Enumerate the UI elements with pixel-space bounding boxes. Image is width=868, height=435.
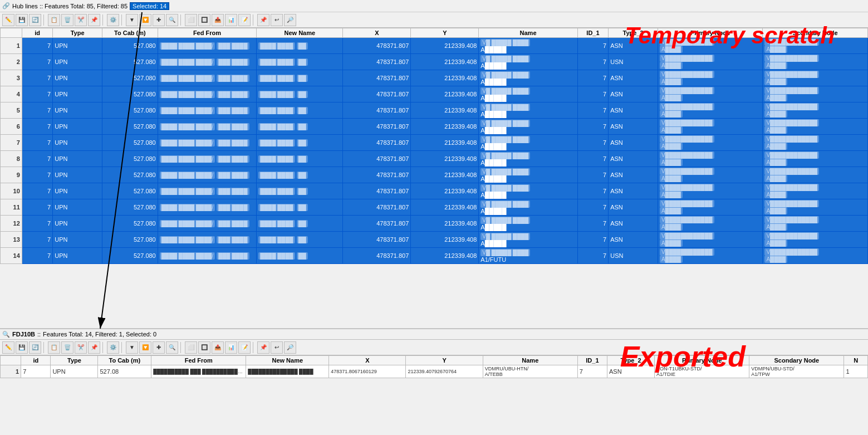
table-row[interactable]: 4 7 UPN 527.080 ████ ████ ████/ ███ ████… <box>1 86 868 102</box>
bcol-fedfrom[interactable]: Fed From <box>151 356 246 365</box>
paste-button[interactable]: 📌 <box>88 14 100 26</box>
config3-button[interactable]: ⚙️ <box>107 341 119 354</box>
bcol-type2[interactable]: Type_2 <box>607 356 655 365</box>
refresh4-button[interactable]: ↩ <box>271 341 283 354</box>
copy3-button[interactable]: 📋 <box>48 341 60 354</box>
bcol-y[interactable]: Y <box>406 356 483 365</box>
row-num: 5 <box>1 102 22 119</box>
move-button[interactable]: ✚ <box>153 14 165 26</box>
toolbar-sep-1 <box>43 14 46 26</box>
pin-button[interactable]: 📌 <box>257 14 269 26</box>
bcol-type[interactable]: Type <box>51 356 98 365</box>
cell-id: 7 <box>22 216 52 232</box>
edit-button[interactable]: ✏️ <box>2 14 14 26</box>
cut3-button[interactable]: ✂️ <box>75 341 87 354</box>
cell-type2: ASN <box>609 102 658 119</box>
select4-button[interactable]: 🔲 <box>198 341 210 354</box>
cell-y: 212339.408 <box>411 183 479 199</box>
bcol-id[interactable]: id <box>21 356 51 365</box>
edit4-button[interactable]: 📝 <box>238 341 251 354</box>
col-id[interactable]: id <box>22 28 52 38</box>
refresh2-button[interactable]: ↩ <box>271 14 283 26</box>
filter3-button[interactable]: 🔽 <box>139 341 151 354</box>
table-row[interactable]: 13 7 UPN 527.080 ████ ████ ████/ ███ ███… <box>1 232 868 248</box>
table-row[interactable]: 7 7 UPN 527.080 ████ ████ ████/ ███ ████… <box>1 135 868 151</box>
export-button[interactable]: 📤 <box>212 14 224 26</box>
cut-button[interactable]: ✂️ <box>75 14 87 26</box>
pin3-button[interactable]: 📌 <box>257 341 269 354</box>
cell-id1: 7 <box>577 232 608 248</box>
zoom-button[interactable]: 🔍 <box>166 14 178 26</box>
bcol-primary[interactable]: Primary Node <box>655 356 749 365</box>
table-row[interactable]: 11 7 UPN 527.080 ████ ████ ████/ ███ ███… <box>1 199 868 216</box>
bcol-tocab[interactable]: To Cab (m) <box>98 356 151 365</box>
bcell-extra: 1 <box>844 365 868 378</box>
bcol-extra[interactable]: N <box>844 356 868 365</box>
col-tocab[interactable]: To Cab (m) <box>102 28 158 38</box>
arrow3-button[interactable]: ▼ <box>126 341 138 354</box>
delete-button[interactable]: 🗑️ <box>61 14 73 26</box>
col-fedfrom[interactable]: Fed From <box>158 28 256 38</box>
save-button[interactable]: 💾 <box>16 14 28 26</box>
col-id1[interactable]: ID_1 <box>577 28 608 38</box>
select1-button[interactable]: ⬜ <box>185 14 197 26</box>
export3-button[interactable]: 📤 <box>212 341 224 354</box>
exported-table-section: id Type To Cab (m) Fed From New Name X Y… <box>0 355 868 378</box>
zoom2-button[interactable]: 🔎 <box>284 14 296 26</box>
col-y[interactable]: Y <box>411 28 479 38</box>
filter-button[interactable]: 🔽 <box>139 14 151 26</box>
table-row[interactable]: 14 7 UPN 527.080 ████ ████ ████/ ███ ███… <box>1 248 868 264</box>
bcol-newname[interactable]: New Name <box>246 356 329 365</box>
cell-type: UPN <box>53 151 102 167</box>
hub-icon: 🔗 <box>2 2 10 9</box>
bcol-secondary[interactable]: Scondary Node <box>749 356 844 365</box>
save3-button[interactable]: 💾 <box>16 341 28 354</box>
table-row[interactable]: 10 7 UPN 527.080 ████ ████ ████/ ███ ███… <box>1 183 868 199</box>
bcol-x[interactable]: X <box>329 356 406 365</box>
bcol-name[interactable]: Name <box>483 356 577 365</box>
arrow-button[interactable]: ▼ <box>126 14 138 26</box>
col-secondary[interactable]: Scondary Node <box>763 28 868 38</box>
selected-badge: Selected: 14 <box>130 2 169 10</box>
col-type2[interactable]: Type_2 <box>609 28 658 38</box>
cell-name: V█ █████ ████A█████ <box>479 102 577 119</box>
select2-button[interactable]: 🔲 <box>198 14 210 26</box>
edit3-button[interactable]: ✏️ <box>2 341 14 354</box>
bcell-newname: ██████████████ ████ <box>246 365 329 378</box>
zoom3-button[interactable]: 🔍 <box>166 341 178 354</box>
table-row[interactable]: 5 7 UPN 527.080 ████ ████ ████/ ███ ████… <box>1 102 868 119</box>
col-name[interactable]: Name <box>479 28 577 38</box>
cell-tocab: 527.080 <box>102 38 158 54</box>
paste3-button[interactable]: 📌 <box>88 341 100 354</box>
col-newname[interactable]: New Name <box>257 28 343 38</box>
table-row[interactable]: 3 7 UPN 527.080 ████ ████ ████/ ███ ████… <box>1 70 868 86</box>
refresh-button[interactable]: 🔄 <box>29 14 41 26</box>
search-icon: 🔍 <box>2 331 10 338</box>
select3-button[interactable]: ⬜ <box>185 341 197 354</box>
zoom4-button[interactable]: 🔎 <box>284 341 296 354</box>
table-row[interactable]: 2 7 UPN 527.080 ████ ████ ████/ ███ ████… <box>1 54 868 70</box>
table-button[interactable]: 📊 <box>225 14 237 26</box>
col-x[interactable]: X <box>343 28 411 38</box>
edit2-button[interactable]: 📝 <box>238 14 251 26</box>
copy-button[interactable]: 📋 <box>48 14 60 26</box>
table-row[interactable]: 9 7 UPN 527.080 ████ ████ ████/ ███ ████… <box>1 167 868 183</box>
refresh3-button[interactable]: 🔄 <box>29 341 41 354</box>
cell-type: UPN <box>53 232 102 248</box>
cell-fedfrom: ████ ████ ████/ ███ ████ <box>158 232 256 248</box>
table-row[interactable]: 8 7 UPN 527.080 ████ ████ ████/ ███ ████… <box>1 151 868 167</box>
cell-type2: USN <box>609 54 658 70</box>
col-primary[interactable]: Primary Node <box>658 28 763 38</box>
cell-tocab: 527.080 <box>102 54 158 70</box>
bcol-id1[interactable]: ID_1 <box>577 356 607 365</box>
table-row[interactable]: 12 7 UPN 527.080 ████ ████ ████/ ███ ███… <box>1 216 868 232</box>
move3-button[interactable]: ✚ <box>153 341 165 354</box>
table-row[interactable]: 6 7 UPN 527.080 ████ ████ ████/ ███ ████… <box>1 119 868 135</box>
table3-button[interactable]: 📊 <box>225 341 237 354</box>
config-button[interactable]: ⚙️ <box>107 14 119 26</box>
delete3-button[interactable]: 🗑️ <box>61 341 73 354</box>
row-num: 14 <box>1 248 22 264</box>
table-row[interactable]: 1 7 UPN 527.080 ████ ████ ████/ ███ ████… <box>1 38 868 54</box>
col-type[interactable]: Type <box>53 28 102 38</box>
table-row[interactable]: 1 7 UPN 527.08 ██████████ ███ ██████████… <box>1 365 868 378</box>
